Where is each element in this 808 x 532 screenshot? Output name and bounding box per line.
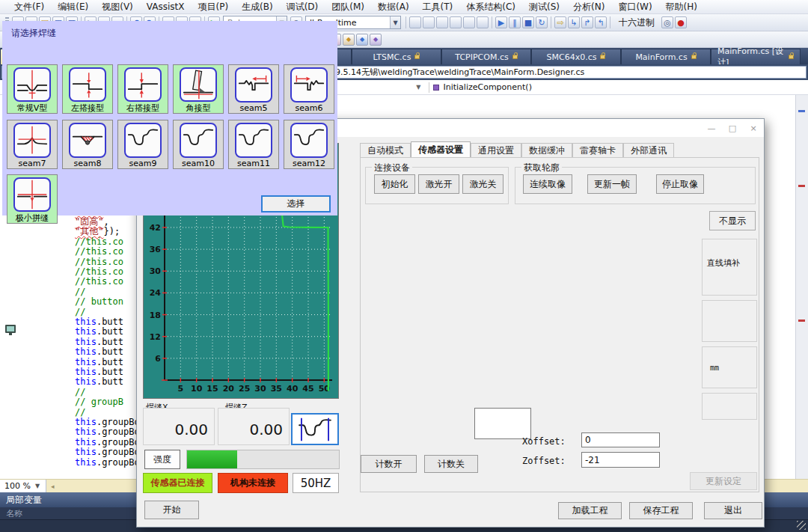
seam-type-button[interactable]: 常规V型 — [7, 64, 58, 114]
menu-item-编辑E[interactable]: 编辑(E) — [51, 1, 95, 13]
doc-tab-MainFormcs[interactable]: MainForm.cs [设计] — [711, 49, 801, 64]
zoffset-input[interactable]: -21 — [581, 452, 660, 468]
counter-on-button[interactable]: 计数开 — [361, 455, 417, 473]
machine-status-badge: 机构未连接 — [218, 473, 288, 493]
app-tab-自动模式[interactable]: 自动模式 — [360, 143, 411, 158]
menu-item-调试D[interactable]: 调试(D) — [280, 1, 325, 13]
show-next-statement-icon[interactable]: ⇨ — [554, 16, 566, 28]
menu-item-团队M[interactable]: 团队(M) — [325, 1, 371, 13]
menu-item-帮助H[interactable]: 帮助(H) — [659, 1, 704, 13]
menu-item-体系结构C[interactable]: 体系结构(C) — [459, 1, 522, 13]
restart-icon[interactable]: ↻ — [536, 16, 548, 28]
object-browser-icon[interactable] — [436, 16, 448, 28]
seam-type-thumbnail-button[interactable] — [291, 413, 339, 445]
find-symbol-icon[interactable]: ◎ — [661, 16, 673, 28]
maximize-icon[interactable]: □ — [722, 119, 743, 137]
seam-x-value: 0.00 — [174, 421, 208, 438]
stop-debug-icon[interactable]: ■ — [522, 16, 534, 28]
seam-type-label: seam6 — [296, 103, 323, 113]
doc-tab-TCPIPCOMcs[interactable]: TCPIPCOM.cs — [441, 49, 531, 64]
continue-icon[interactable]: ▶ — [495, 16, 507, 28]
seam-type-button[interactable]: seam12 — [284, 120, 334, 169]
continuous-capture-button[interactable]: 连续取像 — [523, 174, 572, 194]
editor-vertical-scrollbar[interactable] — [795, 95, 808, 479]
app-tab-数据缓冲[interactable]: 数据缓冲 — [521, 143, 572, 158]
seam-type-button[interactable]: seam9 — [117, 120, 168, 169]
menu-item-项目P[interactable]: 项目(P) — [191, 1, 235, 13]
scroll-left-arrow-icon[interactable]: ◂ — [51, 483, 55, 490]
menu-item-工具T[interactable]: 工具(T) — [416, 1, 460, 13]
update-frame-button[interactable]: 更新一帧 — [587, 174, 637, 194]
unit-group: mm — [702, 346, 757, 388]
intensity-progress-fill — [187, 450, 237, 468]
minimize-icon[interactable]: — — [701, 119, 722, 137]
load-project-button[interactable]: 加载工程 — [558, 502, 622, 519]
init-button[interactable]: 初始化 — [374, 174, 415, 194]
xoffset-input[interactable]: 0 — [581, 432, 660, 447]
doc-tab-LTSMCcs[interactable]: LTSMC.cs — [352, 49, 441, 64]
vax-spell-icon[interactable]: ◆ — [356, 34, 368, 46]
resize-grip[interactable] — [797, 521, 806, 530]
editor-zoom-dropdown[interactable]: 100 % ▼ — [0, 480, 46, 493]
menu-item-文件F[interactable]: 文件(F) — [7, 1, 51, 13]
step-over-icon[interactable]: ↱ — [581, 16, 593, 28]
hide-display-button[interactable]: 不显示 — [709, 211, 756, 230]
seam-type-button[interactable]: seam5 — [228, 64, 279, 114]
doc-tab-label: TCPIPCOM.cs — [455, 52, 508, 62]
record-icon[interactable]: ● — [675, 16, 687, 28]
properties-window-icon[interactable] — [423, 16, 435, 28]
seam-type-button[interactable]: seam10 — [173, 120, 224, 169]
app-tab-通用设置[interactable]: 通用设置 — [471, 143, 521, 158]
step-into-icon[interactable]: ↳ — [568, 16, 580, 28]
seam-type-button[interactable]: 极小拼缝 — [7, 174, 58, 224]
update-settings-button[interactable]: 更新设定 — [690, 472, 757, 490]
app-tab-外部通讯[interactable]: 外部通讯 — [623, 143, 674, 158]
seam-type-button[interactable]: seam7 — [7, 120, 58, 169]
lap-left-icon — [69, 67, 106, 102]
save-project-button[interactable]: 保存工程 — [629, 502, 693, 519]
seam-type-button[interactable]: seam8 — [62, 120, 113, 169]
exit-button[interactable]: 退出 — [704, 502, 762, 519]
laser-off-button[interactable]: 激光关 — [462, 174, 504, 194]
notch-arrow-left-icon — [235, 67, 272, 103]
seam-type-button[interactable]: seam6 — [284, 64, 334, 114]
app-tab-传感器设置[interactable]: 传感器设置 — [411, 141, 471, 158]
doc-tab-SMC64x0cs[interactable]: SMC64x0.cs — [531, 49, 621, 64]
menu-item-窗口W[interactable]: 窗口(W) — [611, 1, 658, 13]
svg-text:40: 40 — [287, 384, 299, 394]
app-tab-strip: 自动模式传感器设置通用设置数据缓冲雷赛轴卡外部通讯 — [360, 141, 674, 158]
menu-item-分析N[interactable]: 分析(N) — [566, 1, 611, 13]
start-button[interactable]: 开始 — [144, 501, 199, 519]
vax-paste-icon[interactable]: ◆ — [370, 34, 382, 46]
seam-type-button[interactable]: 右搭接型 — [117, 64, 168, 114]
close-icon[interactable]: × — [743, 119, 764, 137]
seam-type-label: 极小拼缝 — [16, 213, 49, 224]
svg-text:36: 36 — [150, 245, 162, 254]
select-button[interactable]: 选择 — [261, 195, 331, 213]
svg-text:15: 15 — [206, 384, 218, 394]
chevron-down-icon[interactable]: ▼ — [416, 84, 420, 91]
command-window-icon[interactable] — [477, 16, 489, 28]
member-dropdown[interactable]: InitializeComponent() — [443, 82, 531, 92]
solution-explorer-icon[interactable] — [409, 16, 421, 28]
doc-tab-MainFormcs[interactable]: MainForm.cs — [621, 49, 711, 64]
step-out-icon[interactable]: ↰ — [595, 16, 607, 28]
seam-type-button[interactable]: 左搭接型 — [62, 64, 113, 114]
app-tab-雷赛轴卡[interactable]: 雷赛轴卡 — [572, 143, 623, 158]
break-all-icon[interactable]: ‖ — [509, 16, 521, 28]
stop-capture-button[interactable]: 停止取像 — [656, 174, 704, 194]
menu-item-测试S[interactable]: 测试(S) — [522, 1, 566, 13]
seam-type-button[interactable]: seam11 — [228, 120, 279, 169]
menu-item-生成B[interactable]: 生成(B) — [235, 1, 280, 13]
intensity-button[interactable]: 强度 — [144, 450, 180, 469]
menu-item-视图V[interactable]: 视图(V) — [95, 1, 140, 13]
menu-item-数据A[interactable]: 数据(A) — [371, 1, 416, 13]
toolbox-icon[interactable] — [450, 16, 462, 28]
extension-manager-icon[interactable] — [463, 16, 475, 28]
menu-item-VAssistX[interactable]: VAssistX — [140, 1, 192, 12]
laser-on-button[interactable]: 激光开 — [418, 174, 459, 194]
vax-new-icon[interactable]: ◆ — [343, 34, 355, 46]
counter-off-button[interactable]: 计数关 — [424, 455, 478, 473]
hex-toggle-button[interactable]: 十六进制 — [613, 16, 661, 29]
seam-type-button[interactable]: 角接型 — [173, 64, 224, 114]
